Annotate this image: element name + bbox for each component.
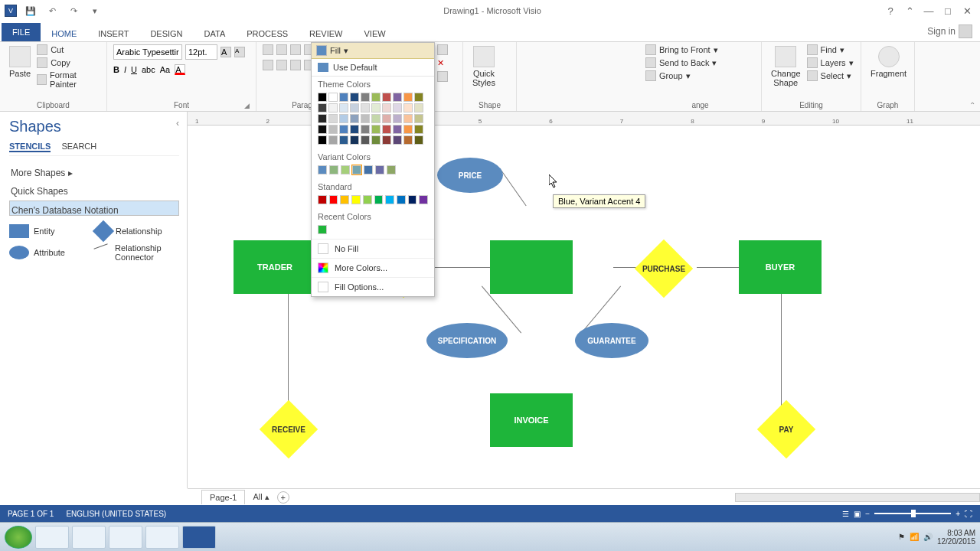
variant-color-swatch[interactable]	[375, 165, 384, 174]
tab-data[interactable]: DATA	[194, 26, 237, 41]
tb-folder-icon[interactable]	[72, 526, 106, 549]
view-normal-icon[interactable]: ☰	[842, 510, 849, 518]
conn-price-left[interactable]	[499, 168, 526, 207]
tab-insert[interactable]: INSERT	[87, 26, 139, 41]
canvas-area[interactable]: 1234567891011 PRICE TRADER OFFER PURCHAS…	[188, 112, 980, 488]
align-left-icon[interactable]	[263, 60, 273, 70]
standard-color-swatch[interactable]	[340, 195, 349, 204]
theme-color-swatch[interactable]	[393, 135, 402, 145]
shape-rel-connector[interactable]: Relationship Connector	[96, 243, 179, 262]
theme-color-swatch[interactable]	[361, 125, 370, 134]
standard-color-swatch[interactable]	[318, 195, 327, 204]
layers-button[interactable]: Layers▾	[807, 57, 854, 68]
conn-offer-center[interactable]	[430, 267, 495, 268]
theme-color-swatch[interactable]	[403, 125, 413, 134]
theme-color-swatch[interactable]	[393, 93, 402, 102]
theme-color-swatch[interactable]	[339, 135, 348, 145]
tb-vlc-icon[interactable]	[145, 526, 179, 549]
quick-styles-button[interactable]: Quick Styles	[469, 44, 498, 89]
theme-color-swatch[interactable]	[382, 114, 391, 123]
theme-color-swatch[interactable]	[318, 103, 327, 112]
rectangle-tool-icon[interactable]	[437, 44, 448, 55]
send-back-button[interactable]: Send to Back▾	[645, 57, 718, 68]
more-colors-item[interactable]: More Colors...	[312, 258, 434, 277]
sign-in[interactable]: Sign in	[920, 21, 980, 41]
tray-time[interactable]: 8:03 AM	[937, 529, 975, 537]
change-shape-button[interactable]: Change Shape	[768, 44, 804, 89]
entity-trader[interactable]: TRADER	[234, 240, 316, 294]
align-bottom-icon[interactable]	[290, 44, 301, 55]
tray-network-icon[interactable]: 📶	[910, 533, 919, 541]
align-mid-icon[interactable]	[276, 44, 287, 55]
fragment-button[interactable]: Fragment	[867, 44, 910, 80]
theme-color-swatch[interactable]	[382, 103, 391, 112]
theme-color-swatch[interactable]	[403, 114, 413, 123]
theme-color-swatch[interactable]	[414, 103, 423, 112]
close-button[interactable]: ✕	[959, 5, 975, 17]
tb-explorer-icon[interactable]	[35, 526, 69, 549]
entity-buyer[interactable]: BUYER	[739, 240, 822, 294]
entity-center[interactable]	[490, 240, 573, 294]
font-dialog-launcher[interactable]: ◢	[244, 102, 250, 109]
align-top-icon[interactable]	[263, 44, 273, 55]
no-fill-item[interactable]: No Fill	[312, 239, 434, 258]
theme-color-swatch[interactable]	[414, 125, 423, 134]
all-pages[interactable]: All ▴	[253, 492, 269, 502]
connection-point-icon[interactable]: ✕	[437, 58, 448, 68]
theme-color-swatch[interactable]	[350, 93, 359, 102]
view-presentation-icon[interactable]: ▣	[854, 510, 861, 518]
theme-color-swatch[interactable]	[350, 125, 359, 134]
theme-color-swatch[interactable]	[350, 114, 359, 123]
find-button[interactable]: Find▾	[807, 44, 854, 55]
redo-icon[interactable]: ↷	[66, 3, 81, 18]
ribbon-collapse-icon[interactable]: ⌃	[901, 5, 918, 17]
align-center-icon[interactable]	[276, 60, 287, 70]
chen-stencil[interactable]: Chen's Database Notation	[9, 201, 179, 216]
tab-file[interactable]: FILE	[2, 23, 41, 41]
theme-color-swatch[interactable]	[414, 93, 423, 102]
fill-use-default[interactable]: Use Default	[312, 59, 434, 77]
font-size-select[interactable]	[185, 44, 217, 60]
variant-color-swatch[interactable]	[329, 165, 338, 174]
fit-page-icon[interactable]: ⛶	[965, 510, 972, 518]
conn-purchase-buyer[interactable]	[697, 267, 743, 268]
shape-attribute[interactable]: Attribute	[9, 243, 93, 262]
font-name-select[interactable]	[113, 44, 182, 60]
theme-color-swatch[interactable]	[361, 103, 370, 112]
zoom-in-button[interactable]: +	[956, 510, 960, 518]
tab-process[interactable]: PROCESS	[236, 26, 299, 41]
theme-color-swatch[interactable]	[371, 93, 381, 102]
theme-color-swatch[interactable]	[393, 114, 402, 123]
theme-color-swatch[interactable]	[328, 135, 338, 145]
tab-view[interactable]: VIEW	[353, 26, 396, 41]
theme-color-swatch[interactable]	[318, 93, 327, 102]
standard-color-swatch[interactable]	[408, 195, 417, 204]
more-shapes-link[interactable]: More Shapes ▸	[9, 164, 179, 182]
bring-front-button[interactable]: Bring to Front▾	[645, 44, 718, 55]
standard-color-swatch[interactable]	[397, 195, 406, 204]
tray-flag-icon[interactable]: ⚑	[898, 533, 905, 541]
variant-color-swatch[interactable]	[352, 165, 361, 174]
quick-shapes-link[interactable]: Quick Shapes	[9, 182, 179, 201]
theme-color-swatch[interactable]	[371, 135, 381, 145]
drawing-canvas[interactable]: PRICE TRADER OFFER PURCHASE BUYER SPECIF…	[188, 126, 980, 488]
theme-color-swatch[interactable]	[318, 114, 327, 123]
zoom-out-button[interactable]: −	[865, 510, 870, 518]
save-icon[interactable]: 💾	[23, 3, 38, 18]
paste-button[interactable]: Paste	[6, 44, 34, 80]
theme-color-swatch[interactable]	[350, 103, 359, 112]
attr-guarantee[interactable]: GUARANTEE	[575, 323, 648, 358]
underline-button[interactable]: U	[131, 65, 137, 74]
tb-visio-icon[interactable]	[182, 526, 216, 549]
group-button[interactable]: Group▾	[645, 70, 718, 81]
undo-icon[interactable]: ↶	[44, 3, 60, 18]
text-highlight-button[interactable]: Aa	[160, 65, 170, 74]
theme-color-swatch[interactable]	[393, 125, 402, 134]
standard-color-swatch[interactable]	[419, 195, 428, 204]
theme-color-swatch[interactable]	[318, 125, 327, 134]
tray-volume-icon[interactable]: 🔊	[923, 533, 933, 541]
variant-color-swatch[interactable]	[318, 165, 327, 174]
theme-color-swatch[interactable]	[393, 103, 402, 112]
theme-color-swatch[interactable]	[328, 114, 338, 123]
theme-color-swatch[interactable]	[371, 114, 381, 123]
